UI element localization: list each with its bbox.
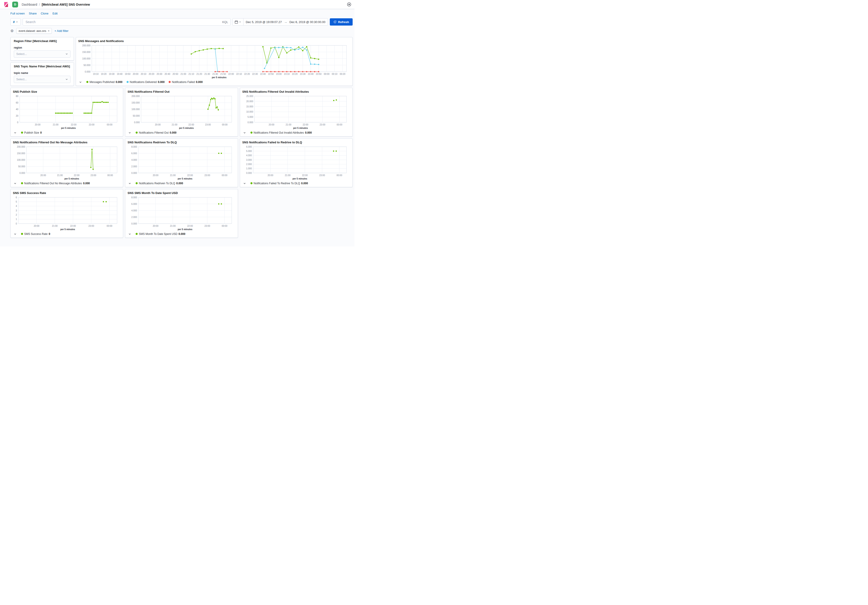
svg-text:100.000: 100.000: [132, 108, 140, 110]
legend-toggle-icon[interactable]: [129, 182, 131, 185]
full-screen-link[interactable]: Full screen: [11, 12, 25, 15]
svg-text:per 5 minutes: per 5 minutes: [61, 127, 76, 129]
legend-item[interactable]: Publish Size0: [21, 131, 42, 134]
legend-item[interactable]: SMS Month To Date Spent USD0.000: [136, 233, 185, 236]
add-filter-link[interactable]: + Add filter: [54, 29, 68, 33]
chart-canvas: 8.0006.0004.0002.0000.00020:0021:0022:00…: [127, 145, 235, 182]
svg-text:20:00: 20:00: [268, 123, 274, 126]
svg-text:6.000: 6.000: [131, 152, 137, 154]
kql-toggle[interactable]: KQL: [222, 20, 228, 24]
svg-text:0: 0: [17, 121, 18, 123]
panel-title: SNS SMS Month To Date Spent USD: [127, 191, 235, 195]
chart-legend: Notifications Filtered Out0.000: [127, 131, 235, 135]
legend-series-dot: [127, 81, 129, 83]
share-link[interactable]: Share: [29, 12, 37, 15]
filter-pill[interactable]: event.dataset: aws.sns ×: [16, 28, 52, 34]
legend-series-label: Publish Size: [24, 131, 39, 134]
panel-title: SNS SMS Success Rate: [13, 191, 121, 195]
legend-series-value: 0: [49, 233, 50, 236]
svg-text:1: 1: [16, 218, 17, 220]
calendar-menu-button[interactable]: [232, 19, 243, 25]
svg-text:21:00: 21:00: [52, 225, 57, 227]
svg-text:22:00: 22:00: [303, 123, 308, 126]
legend-item[interactable]: Notifications Delivered0.000: [127, 81, 164, 84]
svg-text:20:00: 20:00: [35, 123, 40, 126]
clone-link[interactable]: Clone: [41, 12, 48, 15]
svg-text:22:50: 22:50: [268, 73, 274, 75]
panel-sns-notifications-filtered-out: SNS Notifications Filtered Out 200.00015…: [125, 88, 238, 137]
svg-text:per 5 minutes: per 5 minutes: [212, 76, 226, 79]
legend-item[interactable]: Notifications Filtered Out0.000: [136, 131, 176, 134]
svg-text:23:50: 23:50: [316, 73, 321, 75]
filter-panels-column: Region Filter [Metricbeat AWS] region Se…: [11, 37, 74, 86]
svg-text:10.000: 10.000: [246, 110, 253, 113]
svg-text:23:00: 23:00: [205, 174, 210, 177]
svg-text:23:00: 23:00: [319, 174, 325, 177]
dashboard-app: Full screen Share Clone Edit # KQL Dec: [0, 9, 355, 247]
legend-item[interactable]: Notifications Failed0.000: [169, 81, 203, 84]
topic-name-select[interactable]: Select...: [14, 76, 71, 83]
svg-text:5.000: 5.000: [246, 150, 252, 152]
legend-series-dot: [21, 132, 23, 133]
legend-item[interactable]: Notifications Redriven To DLQ0.000: [136, 182, 183, 185]
date-range-start[interactable]: Dec 5, 2019 @ 19:09:07.27: [243, 20, 284, 24]
edit-link[interactable]: Edit: [53, 12, 57, 15]
chart-legend: SMS Month To Date Spent USD0.000: [127, 232, 235, 237]
legend-toggle-icon[interactable]: [243, 131, 246, 134]
legend-item[interactable]: Notifications Failed To Redrive To DLQ0.…: [250, 182, 308, 185]
legend-item[interactable]: SMS Success Rate0: [21, 233, 50, 236]
legend-item[interactable]: Messages Published0.000: [86, 81, 122, 84]
refresh-button[interactable]: Refresh: [330, 18, 353, 26]
legend-item[interactable]: Notifications Filtered Out No Message At…: [21, 182, 90, 185]
region-select[interactable]: Select...: [14, 50, 71, 57]
saved-query-menu-button[interactable]: #: [11, 18, 21, 26]
legend-item[interactable]: Notifications Filtered Out Invalid Attri…: [250, 131, 312, 134]
legend-series-dot: [250, 182, 253, 184]
svg-text:20:00: 20:00: [267, 174, 273, 177]
legend-toggle-icon[interactable]: [129, 131, 131, 134]
svg-text:15.000: 15.000: [246, 105, 253, 108]
svg-text:00:20: 00:20: [340, 73, 346, 75]
search-input[interactable]: [25, 20, 220, 24]
gear-icon[interactable]: ⚙: [11, 29, 14, 33]
svg-text:00:10: 00:10: [332, 73, 338, 75]
svg-text:00:00: 00:00: [222, 225, 228, 227]
legend-toggle-icon[interactable]: [14, 182, 17, 185]
chart-canvas: 6.0005.0004.0003.0002.0001.0000.00020:00…: [242, 145, 350, 182]
svg-text:150.000: 150.000: [82, 51, 91, 53]
legend-toggle-icon[interactable]: [243, 182, 246, 185]
kibana-logo[interactable]: [3, 2, 9, 8]
field-label: region: [14, 46, 71, 49]
svg-text:22:00: 22:00: [70, 225, 76, 227]
legend-series-dot: [136, 182, 138, 184]
chart-canvas: 200.000150.000100.00050.0000.00020:0021:…: [127, 94, 235, 131]
svg-text:100.000: 100.000: [17, 158, 25, 161]
svg-text:3.000: 3.000: [246, 158, 252, 161]
date-range-end[interactable]: Dec 6, 2019 @ 00:30:00.00: [287, 20, 327, 24]
legend-toggle-icon[interactable]: [79, 81, 82, 84]
panel-title: Region Filter [Metricbeat AWS]: [14, 39, 71, 43]
legend-toggle-icon[interactable]: [14, 233, 17, 235]
svg-text:4.000: 4.000: [246, 154, 252, 157]
svg-text:21:00: 21:00: [181, 73, 186, 75]
svg-text:per 5 minutes: per 5 minutes: [64, 177, 79, 180]
legend-toggle-icon[interactable]: [129, 233, 131, 235]
svg-text:2.000: 2.000: [131, 165, 137, 168]
chart-canvas: 8.0006.0004.0002.0000.00020:0021:0022:00…: [127, 195, 235, 232]
help-icon[interactable]: [347, 2, 351, 6]
legend-toggle-icon[interactable]: [14, 131, 17, 134]
svg-text:6.000: 6.000: [246, 145, 252, 148]
chart-canvas: 80604020020:0021:0022:0023:0000:00per 5 …: [13, 94, 121, 131]
chart-plot: 200.000150.000100.00050.0000.00020:0021:…: [127, 94, 235, 130]
panel-sns-notifications-filtered-out-invalid-attributes: SNS Notifications Filtered Out Invalid A…: [240, 88, 353, 137]
breadcrumb-dashboard[interactable]: Dashboard: [22, 3, 37, 6]
svg-text:22:40: 22:40: [260, 73, 266, 75]
chart-legend: Notifications Filtered Out Invalid Attri…: [242, 131, 350, 135]
close-icon[interactable]: ×: [48, 29, 50, 33]
svg-text:200.000: 200.000: [132, 95, 140, 97]
svg-text:0.000: 0.000: [248, 121, 253, 123]
svg-text:per 5 minutes: per 5 minutes: [60, 228, 75, 231]
svg-text:23:00: 23:00: [205, 123, 211, 126]
space-avatar[interactable]: D: [12, 2, 18, 8]
svg-text:22:00: 22:00: [188, 225, 193, 227]
